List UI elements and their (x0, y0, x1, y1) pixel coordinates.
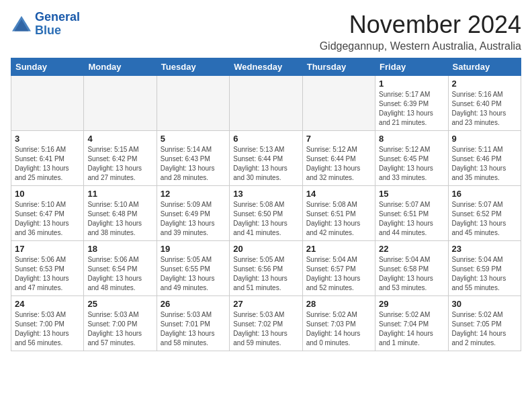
calendar-cell: 24Sunrise: 5:03 AM Sunset: 7:00 PM Dayli… (11, 296, 84, 351)
weekday-header: Sunday (11, 58, 84, 76)
calendar-cell: 23Sunrise: 5:04 AM Sunset: 6:59 PM Dayli… (448, 241, 521, 296)
day-number: 2 (452, 79, 517, 89)
day-detail: Sunrise: 5:02 AM Sunset: 7:05 PM Dayligh… (452, 310, 517, 348)
day-number: 23 (452, 244, 517, 254)
day-number: 9 (452, 134, 517, 144)
calendar-cell: 8Sunrise: 5:12 AM Sunset: 6:45 PM Daylig… (375, 131, 448, 186)
day-detail: Sunrise: 5:02 AM Sunset: 7:03 PM Dayligh… (306, 310, 371, 348)
day-detail: Sunrise: 5:02 AM Sunset: 7:04 PM Dayligh… (379, 310, 444, 348)
calendar-cell (157, 76, 229, 131)
calendar-week-row: 10Sunrise: 5:10 AM Sunset: 6:47 PM Dayli… (11, 186, 521, 241)
day-detail: Sunrise: 5:09 AM Sunset: 6:49 PM Dayligh… (161, 200, 226, 238)
day-detail: Sunrise: 5:07 AM Sunset: 6:52 PM Dayligh… (452, 200, 517, 238)
calendar-cell: 22Sunrise: 5:04 AM Sunset: 6:58 PM Dayli… (375, 241, 448, 296)
day-detail: Sunrise: 5:04 AM Sunset: 6:57 PM Dayligh… (306, 255, 371, 293)
day-detail: Sunrise: 5:06 AM Sunset: 6:53 PM Dayligh… (15, 255, 80, 293)
calendar-cell: 12Sunrise: 5:09 AM Sunset: 6:49 PM Dayli… (157, 186, 229, 241)
day-detail: Sunrise: 5:12 AM Sunset: 6:45 PM Dayligh… (379, 145, 444, 183)
logo-text: General Blue (35, 11, 80, 38)
calendar-cell: 10Sunrise: 5:10 AM Sunset: 6:47 PM Dayli… (11, 186, 84, 241)
calendar-cell: 13Sunrise: 5:08 AM Sunset: 6:50 PM Dayli… (230, 186, 302, 241)
day-detail: Sunrise: 5:11 AM Sunset: 6:46 PM Dayligh… (452, 145, 517, 183)
day-number: 5 (161, 134, 226, 144)
day-number: 19 (161, 244, 226, 254)
day-number: 30 (452, 299, 517, 309)
day-number: 3 (15, 134, 80, 144)
day-detail: Sunrise: 5:07 AM Sunset: 6:51 PM Dayligh… (379, 200, 444, 238)
day-number: 21 (306, 244, 371, 254)
calendar-cell: 28Sunrise: 5:02 AM Sunset: 7:03 PM Dayli… (302, 296, 375, 351)
calendar-cell (84, 76, 157, 131)
weekday-header: Tuesday (157, 58, 229, 76)
day-number: 11 (87, 189, 152, 199)
logo-icon (11, 15, 32, 34)
day-number: 26 (161, 299, 226, 309)
day-detail: Sunrise: 5:05 AM Sunset: 6:55 PM Dayligh… (161, 255, 226, 293)
day-detail: Sunrise: 5:08 AM Sunset: 6:50 PM Dayligh… (233, 200, 298, 238)
day-number: 27 (233, 299, 298, 309)
title-block: November 2024 Gidgegannup, Western Austr… (320, 11, 521, 52)
calendar-cell: 21Sunrise: 5:04 AM Sunset: 6:57 PM Dayli… (302, 241, 375, 296)
weekday-header: Monday (84, 58, 157, 76)
day-detail: Sunrise: 5:06 AM Sunset: 6:54 PM Dayligh… (87, 255, 152, 293)
day-detail: Sunrise: 5:10 AM Sunset: 6:47 PM Dayligh… (15, 200, 80, 238)
day-detail: Sunrise: 5:04 AM Sunset: 6:58 PM Dayligh… (379, 255, 444, 293)
day-detail: Sunrise: 5:12 AM Sunset: 6:44 PM Dayligh… (306, 145, 371, 183)
calendar-cell: 1Sunrise: 5:17 AM Sunset: 6:39 PM Daylig… (375, 76, 448, 131)
weekday-header: Saturday (448, 58, 521, 76)
calendar-cell: 15Sunrise: 5:07 AM Sunset: 6:51 PM Dayli… (375, 186, 448, 241)
day-number: 29 (379, 299, 444, 309)
calendar-cell (230, 76, 302, 131)
calendar-cell: 9Sunrise: 5:11 AM Sunset: 6:46 PM Daylig… (448, 131, 521, 186)
day-number: 8 (379, 134, 444, 144)
calendar-cell: 16Sunrise: 5:07 AM Sunset: 6:52 PM Dayli… (448, 186, 521, 241)
calendar-week-row: 3Sunrise: 5:16 AM Sunset: 6:41 PM Daylig… (11, 131, 521, 186)
calendar-cell: 2Sunrise: 5:16 AM Sunset: 6:40 PM Daylig… (448, 76, 521, 131)
calendar-cell: 11Sunrise: 5:10 AM Sunset: 6:48 PM Dayli… (84, 186, 157, 241)
day-detail: Sunrise: 5:05 AM Sunset: 6:56 PM Dayligh… (233, 255, 298, 293)
calendar-cell: 30Sunrise: 5:02 AM Sunset: 7:05 PM Dayli… (448, 296, 521, 351)
day-detail: Sunrise: 5:13 AM Sunset: 6:44 PM Dayligh… (233, 145, 298, 183)
calendar-cell: 7Sunrise: 5:12 AM Sunset: 6:44 PM Daylig… (302, 131, 375, 186)
weekday-header-row: SundayMondayTuesdayWednesdayThursdayFrid… (11, 58, 521, 76)
calendar-cell: 20Sunrise: 5:05 AM Sunset: 6:56 PM Dayli… (230, 241, 302, 296)
day-detail: Sunrise: 5:08 AM Sunset: 6:51 PM Dayligh… (306, 200, 371, 238)
calendar-cell: 29Sunrise: 5:02 AM Sunset: 7:04 PM Dayli… (375, 296, 448, 351)
month-title: November 2024 (320, 11, 521, 39)
day-number: 18 (87, 244, 152, 254)
calendar-cell: 26Sunrise: 5:03 AM Sunset: 7:01 PM Dayli… (157, 296, 229, 351)
calendar-cell (302, 76, 375, 131)
day-number: 12 (161, 189, 226, 199)
day-detail: Sunrise: 5:16 AM Sunset: 6:41 PM Dayligh… (15, 145, 80, 183)
day-detail: Sunrise: 5:04 AM Sunset: 6:59 PM Dayligh… (452, 255, 517, 293)
calendar-cell: 27Sunrise: 5:03 AM Sunset: 7:02 PM Dayli… (230, 296, 302, 351)
calendar: SundayMondayTuesdayWednesdayThursdayFrid… (11, 58, 521, 351)
day-detail: Sunrise: 5:03 AM Sunset: 7:00 PM Dayligh… (87, 310, 152, 348)
calendar-cell (11, 76, 84, 131)
day-number: 4 (87, 134, 152, 144)
day-number: 7 (306, 134, 371, 144)
day-number: 1 (379, 79, 444, 89)
calendar-cell: 18Sunrise: 5:06 AM Sunset: 6:54 PM Dayli… (84, 241, 157, 296)
day-detail: Sunrise: 5:15 AM Sunset: 6:42 PM Dayligh… (87, 145, 152, 183)
day-number: 20 (233, 244, 298, 254)
calendar-week-row: 1Sunrise: 5:17 AM Sunset: 6:39 PM Daylig… (11, 76, 521, 131)
day-number: 6 (233, 134, 298, 144)
calendar-cell: 6Sunrise: 5:13 AM Sunset: 6:44 PM Daylig… (230, 131, 302, 186)
weekday-header: Thursday (302, 58, 375, 76)
calendar-cell: 3Sunrise: 5:16 AM Sunset: 6:41 PM Daylig… (11, 131, 84, 186)
weekday-header: Friday (375, 58, 448, 76)
day-number: 24 (15, 299, 80, 309)
day-number: 13 (233, 189, 298, 199)
day-number: 15 (379, 189, 444, 199)
day-detail: Sunrise: 5:16 AM Sunset: 6:40 PM Dayligh… (452, 90, 517, 128)
calendar-cell: 14Sunrise: 5:08 AM Sunset: 6:51 PM Dayli… (302, 186, 375, 241)
calendar-week-row: 17Sunrise: 5:06 AM Sunset: 6:53 PM Dayli… (11, 241, 521, 296)
day-detail: Sunrise: 5:03 AM Sunset: 7:02 PM Dayligh… (233, 310, 298, 348)
calendar-cell: 17Sunrise: 5:06 AM Sunset: 6:53 PM Dayli… (11, 241, 84, 296)
day-number: 16 (452, 189, 517, 199)
location-title: Gidgegannup, Western Australia, Australi… (320, 40, 521, 52)
logo: General Blue (11, 11, 80, 38)
calendar-cell: 25Sunrise: 5:03 AM Sunset: 7:00 PM Dayli… (84, 296, 157, 351)
day-number: 17 (15, 244, 80, 254)
